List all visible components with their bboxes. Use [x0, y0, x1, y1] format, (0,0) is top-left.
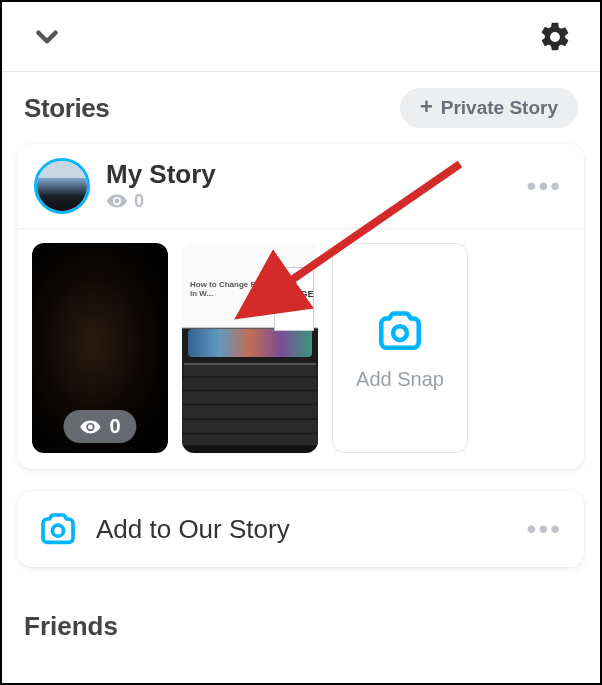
svg-point-1 [53, 525, 64, 536]
my-story-avatar[interactable] [34, 158, 90, 214]
private-story-button-label: Private Story [441, 97, 558, 119]
gear-icon[interactable] [538, 20, 572, 54]
my-story-title-block: My Story 0 [106, 160, 521, 213]
plus-icon: + [420, 96, 433, 118]
my-story-title: My Story [106, 160, 521, 189]
avatar-image [37, 161, 87, 211]
stories-header: Stories + Private Story [2, 72, 600, 138]
snap-thumbnail[interactable]: How to Change Fonts in W... CHANGE FONT … [182, 243, 318, 453]
my-story-snaps-row: 0 How to Change Fonts in W... CHANGE FON… [18, 229, 584, 469]
snap-views-count: 0 [259, 415, 270, 438]
chevron-down-icon[interactable] [30, 20, 64, 54]
my-story-card: My Story 0 ••• 0 How to Change Fonts in … [18, 144, 584, 469]
more-icon[interactable]: ••• [521, 513, 568, 545]
add-to-our-story-label: Add to Our Story [96, 514, 521, 545]
stories-section-title: Stories [24, 93, 109, 124]
camera-icon [34, 509, 82, 549]
my-story-header-row[interactable]: My Story 0 ••• [18, 144, 584, 229]
snap-views-count: 0 [109, 415, 120, 438]
friends-header: Friends [2, 583, 600, 642]
eye-icon [79, 416, 101, 438]
camera-icon [375, 306, 425, 356]
top-bar [2, 2, 600, 72]
svg-point-0 [393, 326, 407, 340]
snap-thumbnail[interactable]: 0 [32, 243, 168, 453]
snap-overlay-text: How to Change Fonts in W... [190, 281, 280, 299]
snap-overlay-book: CHANGE FONT [274, 267, 314, 331]
my-story-views-count: 0 [134, 191, 144, 212]
more-icon[interactable]: ••• [521, 170, 568, 202]
my-story-views: 0 [106, 190, 521, 212]
add-snap-label: Add Snap [356, 368, 444, 391]
eye-icon [106, 190, 128, 212]
snap-views-pill: 0 [213, 410, 286, 443]
add-to-our-story-row[interactable]: Add to Our Story ••• [18, 491, 584, 567]
private-story-button[interactable]: + Private Story [400, 88, 578, 128]
add-snap-button[interactable]: Add Snap [332, 243, 468, 453]
eye-icon [229, 416, 251, 438]
friends-section-title: Friends [24, 611, 578, 642]
snap-views-pill: 0 [63, 410, 136, 443]
